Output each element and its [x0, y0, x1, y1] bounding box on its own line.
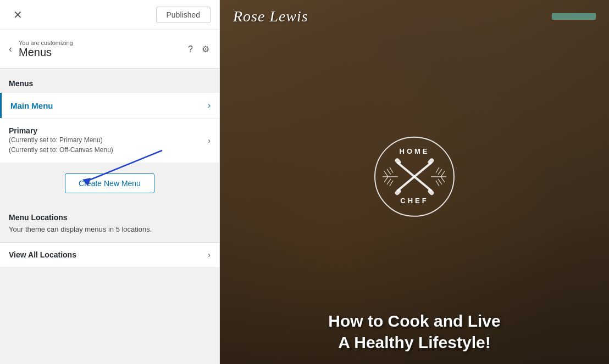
svg-text:HOME: HOME	[400, 147, 430, 155]
svg-line-16	[441, 176, 445, 182]
preview-header: Rose Lewis	[220, 0, 609, 33]
svg-line-7	[387, 169, 391, 174]
back-button[interactable]: ‹	[9, 43, 12, 55]
primary-sub2: (Currently set to: Off-Canvas Menu)	[9, 145, 208, 155]
view-all-chevron: ›	[208, 250, 211, 259]
menus-section: Menus	[0, 69, 219, 93]
svg-line-18	[436, 180, 439, 186]
preview-headline-wrap: How to Cook and Live A Healthy Lifestyle…	[220, 310, 609, 353]
customizing-text: You are customizing Menus	[19, 40, 187, 59]
menus-heading: Menus	[9, 79, 33, 88]
svg-line-13	[441, 171, 445, 176]
left-panel: ✕ Published ‹ You are customizing Menus …	[0, 0, 220, 364]
site-logo: Rose Lewis	[233, 8, 308, 25]
view-all-label: View All Locations	[9, 250, 76, 259]
main-menu-container: Main Menu ›	[0, 93, 219, 118]
svg-line-8	[390, 167, 393, 172]
svg-line-14	[438, 169, 442, 174]
settings-button[interactable]: ⚙	[201, 43, 211, 55]
view-all-locations-item[interactable]: View All Locations ›	[0, 242, 219, 267]
customizing-bar: ‹ You are customizing Menus ? ⚙	[0, 30, 219, 69]
customizing-label: You are customizing	[19, 40, 187, 46]
preview-panel: Rose Lewis HOME CHEF	[220, 0, 609, 364]
primary-chevron: ›	[208, 136, 211, 145]
close-button[interactable]: ✕	[9, 7, 27, 23]
help-button[interactable]: ?	[187, 43, 194, 55]
primary-section[interactable]: Primary (Currently set to: Primary Menu)…	[0, 118, 219, 163]
menu-locations-section: Menu Locations Your theme can display me…	[0, 204, 219, 237]
svg-line-10	[387, 178, 391, 184]
menu-locations-heading: Menu Locations	[9, 213, 211, 222]
customizing-icons: ? ⚙	[187, 43, 211, 55]
main-menu-chevron: ›	[208, 100, 211, 110]
create-new-menu-button[interactable]: Create New Menu	[65, 173, 154, 193]
home-chef-logo: HOME CHEF	[370, 132, 458, 220]
create-menu-wrap: Create New Menu	[0, 163, 219, 204]
main-menu-item[interactable]: Main Menu ›	[0, 93, 219, 118]
svg-line-11	[390, 180, 393, 186]
svg-line-9	[384, 176, 388, 182]
nav-indicator	[552, 13, 596, 20]
preview-headline-line2: A Healthy Lifestyle!	[242, 332, 587, 353]
primary-info: Primary (Currently set to: Primary Menu)…	[9, 126, 208, 155]
primary-sub1: (Currently set to: Primary Menu)	[9, 135, 208, 145]
customizing-title: Menus	[19, 46, 52, 58]
menu-locations-desc: Your theme can display menus in 5 locati…	[9, 225, 211, 233]
published-button[interactable]: Published	[156, 7, 211, 23]
main-menu-label: Main Menu	[10, 101, 53, 110]
svg-line-15	[436, 167, 439, 172]
primary-title: Primary	[9, 126, 208, 135]
center-logo-wrap: HOME CHEF	[370, 132, 458, 222]
top-bar: ✕ Published	[0, 0, 219, 30]
svg-line-17	[438, 178, 442, 184]
svg-line-6	[384, 171, 388, 176]
preview-headline-line1: How to Cook and Live	[242, 310, 587, 332]
svg-text:CHEF: CHEF	[400, 196, 428, 204]
